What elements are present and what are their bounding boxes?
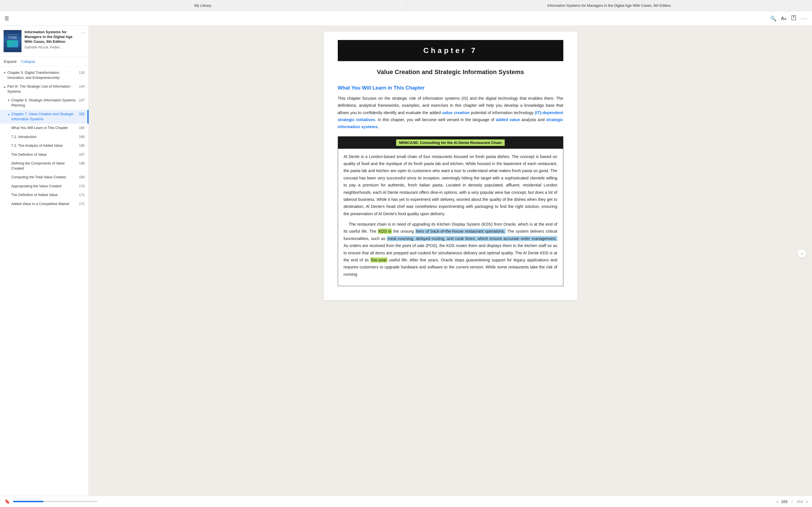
book-title-tab: Information Systems for Managers in the … (406, 0, 812, 11)
minicase-body: Al Dente is a London-based small chain o… (338, 149, 563, 286)
toc-page-part3: 144 (79, 84, 85, 89)
highlight-hero: hero of back-of-the-house restaurant ope… (415, 229, 506, 234)
text-size-icon[interactable]: AA (781, 16, 786, 21)
intro-paragraph: This chapter focuses on the strategic ro… (338, 95, 563, 131)
book-title: Information Systems for Managers in the … (24, 30, 79, 44)
collapse-button[interactable]: Collapse (21, 59, 35, 64)
current-page: 165 (781, 499, 788, 504)
toc-page-ch7-addedmkt: 171 (79, 202, 85, 206)
toc-page-ch6: 147 (79, 98, 85, 102)
sidebar-toc[interactable]: ▾ Chapter 5. Digital Transformation, Inn… (0, 67, 89, 496)
toc-text-ch7-intro: 7.1. Introduction (11, 135, 76, 140)
toc-text-ch5: Chapter 5. Digital Transformation, Innov… (7, 70, 76, 80)
intro-text-end: . In this chapter, you will become well … (375, 117, 496, 122)
toc-text-ch7-defcomp: Defining the Components of Value Created (11, 161, 76, 171)
sidebar-book-header: Information Systems for Managers in the … (0, 26, 89, 57)
toc-page-ch5: 110 (79, 71, 85, 75)
bottom-right: ‹ 165 / 454 › (777, 499, 808, 504)
minicase-box: MINICASE: Consulting for the Al Dente Re… (338, 136, 563, 286)
my-library-tab[interactable]: My Library (0, 0, 406, 11)
minicase-title: MINICASE: Consulting for the Al Dente Re… (396, 139, 504, 146)
page-separator: / (792, 499, 793, 504)
book-cover: Information Systems for Managers in the … (3, 30, 22, 52)
toc-text-ch7-defval: The Definition of Value (11, 152, 76, 158)
link-value-creation[interactable]: value creation (442, 110, 470, 115)
hamburger-icon[interactable]: ☰ (4, 15, 9, 22)
toc-text-ch7-addedmkt: Added Value in a Competitive Market (11, 202, 76, 207)
toc-item-ch7-addedmkt[interactable]: Added Value in a Competitive Market 171 (0, 200, 89, 209)
main-container: Information Systems for Managers in the … (0, 26, 812, 496)
toc-item-ch7-appr[interactable]: Appropriating the Value Created 170 (0, 182, 89, 191)
toc-page-ch7-defcomp: 168 (79, 161, 85, 165)
toc-text-ch6: Chapter 6. Strategic Information Systems… (11, 98, 76, 108)
link-added-value[interactable]: added value (496, 117, 520, 122)
minicase-header: MINICASE: Consulting for the Al Dente Re… (338, 136, 563, 149)
expand-button[interactable]: Expand (4, 59, 16, 64)
chapter-number: Chapter 7 (423, 46, 477, 55)
minicase-p1: Al Dente is a London-based small chain o… (344, 153, 557, 217)
toc-item-ch5[interactable]: ▾ Chapter 5. Digital Transformation, Inn… (0, 68, 89, 82)
intro-text-mid: potential of information technology (470, 110, 535, 115)
intro-text-end2: analysis and (520, 117, 546, 122)
bookmark-add-icon[interactable] (791, 15, 797, 22)
toc-item-part3[interactable]: ▴ Part III: The Strategic Use of Informa… (0, 82, 89, 96)
toc-expand-ch5: ▾ (4, 71, 6, 75)
toc-text-ch7: Chapter 7. Value Creation and Strategic … (11, 112, 76, 122)
toc-page-ch7-defadded: 171 (79, 193, 85, 197)
section-heading: What You Will Learn in This Chapter (338, 85, 563, 91)
highlight-meal: meal coursing, delayed routing, and cook… (387, 236, 557, 241)
toc-expand-ch6: ▾ (8, 99, 10, 102)
intro-text-period: . (377, 124, 378, 129)
toc-expand-ch7: ▴ (8, 112, 10, 116)
toc-text-ch7-appr: Appropriating the Value Created (11, 184, 76, 189)
toc-item-ch7[interactable]: ▴ Chapter 7. Value Creation and Strategi… (0, 110, 89, 124)
progress-bar-container (13, 501, 98, 502)
minicase-p2: The restaurant chain is in need of upgra… (344, 221, 557, 278)
content-area[interactable]: › Chapter 7 Value Creation and Strategic… (89, 26, 812, 496)
toc-item-ch6[interactable]: ▾ Chapter 6. Strategic Information Syste… (0, 96, 89, 110)
book-menu-dots[interactable]: ··· (82, 30, 85, 36)
highlight-fiveyear: five-year (370, 258, 388, 263)
sidebar-controls: Expand Collapse (0, 57, 89, 67)
toc-item-ch7-intro[interactable]: 7.1. Introduction 166 (0, 133, 89, 142)
top-bar: My Library Information Systems for Manag… (0, 0, 812, 11)
book-page: Chapter 7 Value Creation and Strategic I… (324, 32, 577, 300)
sidebar: Information Systems for Managers in the … (0, 26, 89, 496)
toc-page-ch7-analysis: 166 (79, 144, 85, 148)
highlight-kds: KDS is (378, 229, 392, 234)
page-forward-button[interactable]: › (806, 499, 808, 504)
toolbar-left: ☰ (4, 15, 767, 22)
bookmark-icon[interactable]: 🔖 (4, 499, 10, 504)
page-back-button[interactable]: ‹ (777, 499, 778, 504)
toc-text-ch7-comp: Computing the Total Value Created (11, 175, 76, 180)
toc-page-ch7-intro: 166 (79, 135, 85, 139)
toc-page-ch7-learn: 165 (79, 126, 85, 130)
progress-bar-fill (13, 501, 43, 502)
toc-page-ch7-defval: 167 (79, 153, 85, 157)
toc-page-ch7-appr: 170 (79, 184, 85, 188)
toc-item-ch7-analysis[interactable]: 7.2. The Analysis of Added Value 166 (0, 142, 89, 151)
toc-page-ch7-comp: 169 (79, 175, 85, 179)
bottom-bar: 🔖 ‹ 165 / 454 › (0, 496, 812, 507)
toc-item-ch7-comp[interactable]: Computing the Total Value Created 169 (0, 173, 89, 182)
total-pages: 454 (797, 499, 803, 504)
toc-item-ch7-defadded[interactable]: The Definition of Added Value 171 (0, 191, 89, 200)
toc-text-part3: Part III: The Strategic Use of Informati… (7, 84, 76, 94)
toc-page-ch7: 165 (79, 112, 85, 116)
toc-expand-part3: ▴ (4, 85, 6, 89)
chapter-title: Value Creation and Strategic Information… (338, 68, 563, 76)
toc-item-ch7-defcomp[interactable]: Defining the Components of Value Created… (0, 159, 89, 173)
toc-text-ch7-defadded: The Definition of Added Value (11, 193, 76, 198)
search-icon[interactable]: 🔍 (770, 15, 776, 22)
chapter-header: Chapter 7 (338, 40, 563, 61)
bottom-left: 🔖 (4, 499, 98, 504)
book-info: Information Systems for Managers in the … (24, 30, 79, 49)
toc-item-ch7-learn[interactable]: What You Will Learn in This Chapter 165 (0, 124, 89, 133)
nav-arrow-right[interactable]: › (797, 249, 806, 258)
toc-text-ch7-analysis: 7.2. The Analysis of Added Value (11, 144, 76, 149)
toc-text-ch7-learn: What You Will Learn in This Chapter (11, 126, 76, 131)
toc-item-ch7-defval[interactable]: The Definition of Value 167 (0, 151, 89, 159)
toolbar: ☰ 🔍 AA ··· (0, 11, 812, 26)
book-author: Gabriele Piccoli, Federi... (24, 45, 79, 49)
more-options-icon[interactable]: ··· (801, 15, 808, 22)
